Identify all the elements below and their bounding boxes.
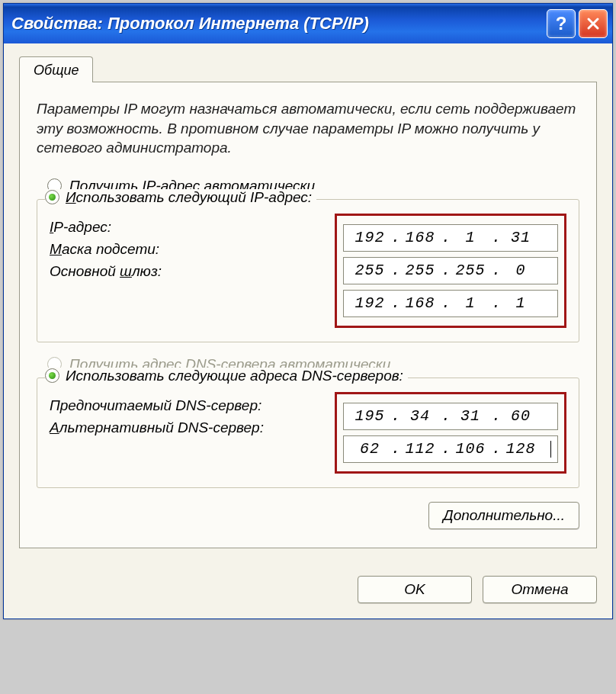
gateway-input[interactable]: 192. 168. 1. 1 — [343, 290, 558, 317]
subnet-mask-input[interactable]: 255. 255. 255. 0 — [343, 257, 558, 284]
alternate-dns-label: Альтернативный DNS-сервер: — [50, 419, 264, 436]
radio-ip-manual-label: Использовать следующий IP-адрес: — [66, 189, 312, 206]
tab-general[interactable]: Общие — [19, 56, 93, 82]
dns-highlight-box: 195. 34. 31. 60 62. 112. 106. 12 — [335, 392, 566, 474]
ip-address-input[interactable]: 192. 168. 1. 31 — [343, 224, 558, 252]
radio-dns-manual-label: Использовать следующие адреса DNS-сервер… — [66, 368, 403, 384]
ip-fieldset: Использовать следующий IP-адрес: IP-адре… — [37, 199, 579, 342]
preferred-dns-input[interactable]: 195. 34. 31. 60 — [343, 403, 558, 430]
ip-highlight-box: 192. 168. 1. 31 255. 255. 255. 0 — [335, 214, 566, 328]
text-cursor — [550, 441, 551, 458]
preferred-dns-label: Предпочитаемый DNS-сервер: — [50, 397, 261, 414]
tab-panel-general: Параметры IP могут назначаться автоматич… — [19, 82, 597, 548]
ip-address-label: IP-адрес: — [50, 219, 111, 236]
advanced-button[interactable]: Дополнительно... — [428, 502, 579, 529]
gateway-label: Основной шлюз: — [50, 263, 162, 280]
radio-ip-manual[interactable]: Использовать следующий IP-адрес: — [45, 189, 316, 206]
close-button[interactable] — [579, 9, 608, 38]
window-title: Свойства: Протокол Интернета (TCP/IP) — [11, 14, 547, 34]
radio-icon[interactable] — [45, 368, 59, 383]
subnet-mask-label: Маска подсети: — [50, 241, 159, 258]
dns-fieldset: Использовать следующие адреса DNS-сервер… — [37, 378, 579, 488]
cancel-button[interactable]: Отмена — [483, 576, 597, 603]
ok-button[interactable]: OK — [358, 576, 472, 603]
titlebar[interactable]: Свойства: Протокол Интернета (TCP/IP) ? — [4, 4, 612, 43]
description-text: Параметры IP могут назначаться автоматич… — [37, 99, 579, 158]
client-area: Общие Параметры IP могут назначаться авт… — [4, 43, 612, 564]
radio-dns-manual[interactable]: Использовать следующие адреса DNS-сервер… — [45, 368, 408, 384]
radio-icon[interactable] — [45, 190, 59, 204]
dialog-buttons: OK Отмена — [4, 564, 612, 618]
close-icon — [586, 17, 600, 31]
help-button[interactable]: ? — [547, 9, 576, 38]
alternate-dns-input[interactable]: 62. 112. 106. 128 — [343, 435, 558, 463]
dialog-window: Свойства: Протокол Интернета (TCP/IP) ? … — [3, 3, 613, 619]
